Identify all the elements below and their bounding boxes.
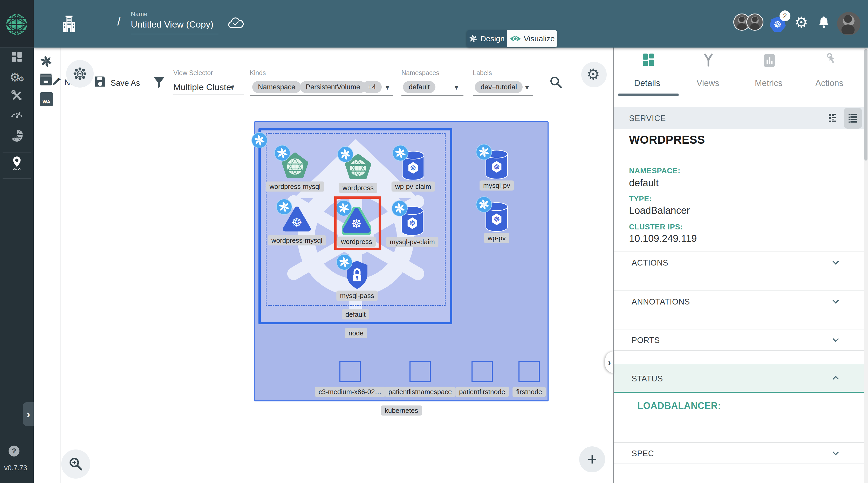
save-as-icon[interactable] [93, 75, 107, 88]
hovered-icon-button[interactable] [66, 60, 94, 88]
node-label: wp-pv [484, 233, 509, 243]
connection-badge-icon [476, 196, 492, 212]
zoom-in-button[interactable] [61, 450, 90, 479]
tab-metrics[interactable]: Metrics [739, 48, 799, 94]
label-chip[interactable]: dev=tutorial [475, 81, 523, 93]
namespace-chip[interactable]: default [403, 81, 435, 93]
panel-collapse-handle[interactable]: › [605, 351, 614, 373]
collaborator-avatar[interactable] [746, 13, 764, 31]
chevron-down-icon[interactable]: ▾ [455, 83, 458, 92]
details-panel: Details Views Metrics Actions [614, 48, 868, 483]
meshery-logo[interactable] [6, 13, 28, 35]
kind-chip-more[interactable]: +4 [362, 81, 382, 93]
node-label: wp-pv-claim [392, 181, 435, 192]
chevron-down-icon[interactable]: ▾ [525, 83, 529, 92]
details-grid-icon [642, 53, 655, 67]
chevron-down-icon [832, 336, 839, 342]
node-label: patientlistnamespace [385, 387, 456, 397]
accordion-title: STATUS [631, 374, 663, 383]
tab-design[interactable]: Design [467, 30, 507, 47]
wasm-filter-icon[interactable]: WA [40, 92, 53, 106]
sidebar-item-kanvas[interactable] [0, 156, 34, 171]
tab-details[interactable]: Details [617, 48, 677, 94]
extensions-pie-icon [10, 130, 23, 142]
svg-text:☸: ☸ [409, 219, 416, 228]
speedometer-icon [10, 108, 23, 119]
sidebar-divider [3, 178, 31, 179]
accordion-actions[interactable]: ACTIONS [614, 252, 864, 273]
user-avatar[interactable] [837, 12, 861, 35]
chevron-up-icon [832, 376, 839, 382]
add-node-button[interactable]: + [579, 446, 605, 472]
kind-chip[interactable]: Namespace [252, 81, 301, 93]
accordion-ports[interactable]: PORTS [614, 329, 864, 351]
namespaces-underline [401, 95, 463, 95]
accordion-status[interactable]: STATUS [614, 364, 864, 393]
kind-chip[interactable]: PersistentVolume [300, 81, 366, 93]
design-file-icon[interactable] [40, 55, 53, 68]
left-tool-strip: WA › [34, 48, 60, 483]
left-strip-divider [60, 48, 60, 483]
node-label: firstnode [513, 387, 546, 397]
connection-badge-icon [276, 199, 292, 215]
accordion-title: SPEC [631, 449, 654, 458]
search-icon[interactable] [549, 75, 563, 89]
chevron-down-icon [832, 449, 839, 455]
dashboard-icon [11, 51, 23, 63]
node-label: mysql-pass [336, 291, 378, 301]
sidebar-expand-handle[interactable]: › [23, 402, 34, 426]
sidebar-item-dashboard[interactable] [0, 51, 34, 64]
tools-icon [11, 89, 23, 102]
accordion-spec[interactable]: SPEC [614, 442, 864, 464]
canvas-node-node-square[interactable] [471, 361, 493, 382]
connection-badge-icon [337, 146, 353, 162]
visualize-eye-icon [509, 35, 521, 42]
save-as-button[interactable]: Save As [111, 79, 140, 88]
notifications-bell-icon[interactable] [817, 15, 830, 29]
list-view-icon[interactable] [847, 113, 859, 124]
group-label-node: node [345, 328, 367, 338]
canvas-node-node-square[interactable] [519, 361, 540, 382]
connection-badge-icon [336, 254, 352, 270]
canvas-settings-button[interactable]: ⚙ [581, 62, 607, 87]
accordion-title: ANNOTATIONS [631, 297, 690, 307]
archive-icon[interactable] [39, 73, 53, 86]
tab-visualize[interactable]: Visualize [507, 30, 557, 47]
tab-actions[interactable]: Actions [799, 48, 860, 94]
organization-icon[interactable] [61, 16, 77, 33]
node-label: c3-medium-x86-02… [315, 387, 385, 397]
canvas-node-node-square[interactable] [339, 361, 361, 382]
accordion-title: PORTS [631, 336, 660, 345]
accordion-annotations[interactable]: ANNOTATIONS [614, 290, 864, 312]
kanvas-pin-icon [11, 156, 23, 170]
tab-metrics-label: Metrics [739, 78, 799, 88]
sidebar-item-lifecycle[interactable]: ⚙⚙ [0, 70, 34, 84]
node-label: wordpress [339, 183, 377, 193]
tab-views[interactable]: Views [678, 48, 738, 94]
settings-gear-icon[interactable]: ⚙ [795, 13, 808, 31]
view-selector-value[interactable]: Multiple Cluster [173, 82, 234, 92]
resource-kind-bar: SERVICE [614, 107, 864, 129]
sidebar-item-extensions[interactable] [0, 130, 34, 143]
gear-small-icon: ⚙ [18, 75, 24, 83]
help-button[interactable]: ? [8, 446, 20, 456]
sidebar-item-performance[interactable] [0, 108, 34, 120]
resource-kind-label: SERVICE [629, 114, 666, 123]
panel-scrollbar-thumb[interactable] [864, 49, 867, 161]
cluster-connection-badge [251, 132, 268, 148]
view-selector-underline [173, 94, 244, 95]
context-count-badge: 2 [779, 10, 790, 21]
strip-collapse-arrow[interactable]: ▸ [58, 75, 61, 83]
chevron-down-icon[interactable]: ▾ [230, 83, 234, 92]
sidebar-item-configuration[interactable] [0, 89, 34, 103]
chevron-right-icon: › [27, 408, 30, 421]
compact-view-icon[interactable] [827, 113, 838, 123]
filter-funnel-icon[interactable] [153, 76, 165, 89]
chevron-down-icon[interactable]: ▾ [385, 83, 389, 92]
metrics-icon [764, 53, 775, 68]
panel-divider [613, 48, 614, 483]
view-selector-label: View Selector [173, 69, 213, 77]
svg-text:☸: ☸ [410, 164, 416, 172]
name-field-value[interactable]: Untitled View (Copy) [131, 19, 213, 30]
canvas-node-node-square[interactable] [409, 361, 431, 382]
